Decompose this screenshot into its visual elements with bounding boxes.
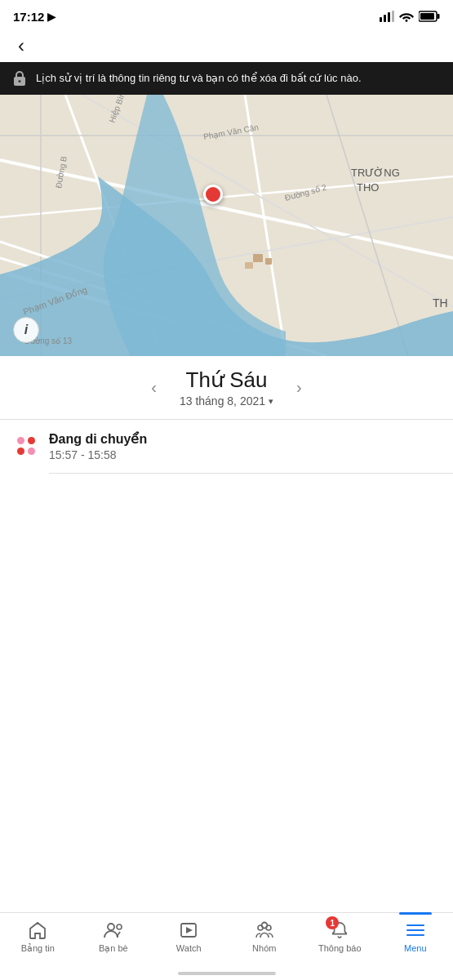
lock-icon: [11, 70, 28, 87]
svg-rect-0: [380, 17, 382, 22]
svg-marker-37: [186, 927, 193, 933]
svg-rect-1: [384, 15, 386, 22]
dot-1: [17, 437, 24, 444]
svg-rect-31: [253, 254, 263, 262]
divider-activity: [49, 473, 453, 474]
map-container: Phạm Văn Đồng Phạm Văn Cân Đường số 2 Đư…: [0, 95, 453, 356]
watch-icon: [178, 920, 199, 941]
signal-icon: [380, 11, 394, 22]
tab-menu-label: Menu: [404, 943, 427, 953]
activity-item: Đang di chuyển 15:57 - 15:58: [0, 420, 453, 473]
svg-point-40: [261, 923, 267, 929]
svg-rect-2: [388, 12, 390, 22]
menu-icon: [405, 920, 426, 941]
svg-rect-3: [392, 11, 394, 22]
svg-text:THO: THO: [357, 181, 379, 194]
map-svg: Phạm Văn Đồng Phạm Văn Cân Đường số 2 Đư…: [0, 95, 453, 356]
dot-4: [28, 448, 35, 455]
friends-icon: [103, 920, 124, 941]
tab-bar: Bảng tin Bạn bè Watch: [0, 912, 453, 980]
back-button[interactable]: ‹: [13, 33, 29, 58]
navigation-arrow-icon: ▶: [47, 11, 56, 23]
day-name: Thứ Sáu: [186, 368, 268, 393]
privacy-notice: Lịch sử vị trí là thông tin riêng tư và …: [0, 62, 453, 95]
time-display: 17:12: [13, 10, 44, 24]
tab-watch-label: Watch: [176, 943, 202, 953]
day-center: Thứ Sáu 13 tháng 8, 2021 ▾: [180, 368, 273, 408]
status-icons: [380, 11, 440, 22]
next-day-button[interactable]: ›: [290, 375, 309, 400]
tab-menu[interactable]: Menu: [378, 920, 454, 953]
activity-time: 15:57 - 15:58: [49, 448, 147, 461]
tab-home[interactable]: Bảng tin: [0, 920, 76, 954]
status-time: 17:12 ▶: [13, 10, 56, 24]
svg-point-35: [117, 924, 122, 929]
groups-icon: [254, 920, 275, 941]
svg-text:TRƯỜNG: TRƯỜNG: [351, 167, 400, 179]
tab-groups-label: Nhóm: [252, 943, 276, 953]
tab-home-label: Bảng tin: [21, 943, 55, 954]
date-text: 13 tháng 8, 2021: [180, 394, 265, 408]
svg-rect-5: [437, 14, 440, 19]
date-chevron-icon[interactable]: ▾: [269, 396, 273, 407]
home-indicator: [178, 972, 276, 975]
tab-friends[interactable]: Bạn bè: [76, 920, 152, 954]
prev-day-button[interactable]: ‹: [144, 375, 163, 400]
activity-icon: [13, 433, 39, 459]
svg-rect-32: [265, 258, 272, 265]
activity-title: Đang di chuyển: [49, 431, 147, 447]
info-icon: i: [24, 323, 28, 337]
back-bar: ‹: [0, 29, 453, 62]
tab-groups[interactable]: Nhóm: [227, 920, 303, 953]
info-button[interactable]: i: [13, 317, 39, 343]
svg-point-8: [19, 80, 21, 82]
svg-point-34: [108, 924, 114, 930]
tab-friends-label: Bạn bè: [99, 943, 128, 954]
dot-2: [28, 437, 35, 444]
battery-icon: [419, 11, 440, 22]
svg-rect-33: [245, 262, 253, 269]
day-navigation: ‹ Thứ Sáu 13 tháng 8, 2021 ▾ ›: [0, 356, 453, 411]
svg-text:TH: TH: [433, 296, 448, 310]
tab-notifications-label: Thông báo: [318, 943, 362, 953]
tab-notifications[interactable]: 1 Thông báo: [302, 920, 378, 953]
active-indicator: [399, 912, 432, 915]
privacy-text: Lịch sử vị trí là thông tin riêng tư và …: [36, 71, 362, 86]
status-bar: 17:12 ▶: [0, 0, 453, 29]
activity-text: Đang di chuyển 15:57 - 15:58: [49, 431, 147, 461]
tab-watch[interactable]: Watch: [151, 920, 227, 953]
dot-3: [17, 448, 24, 455]
bell-icon: 1: [329, 920, 350, 941]
dot-cluster-icon: [17, 437, 36, 456]
home-icon: [27, 920, 48, 941]
svg-rect-6: [420, 13, 434, 20]
location-pin: [203, 185, 223, 204]
day-date: 13 tháng 8, 2021 ▾: [180, 394, 273, 408]
wifi-icon: [399, 11, 414, 22]
